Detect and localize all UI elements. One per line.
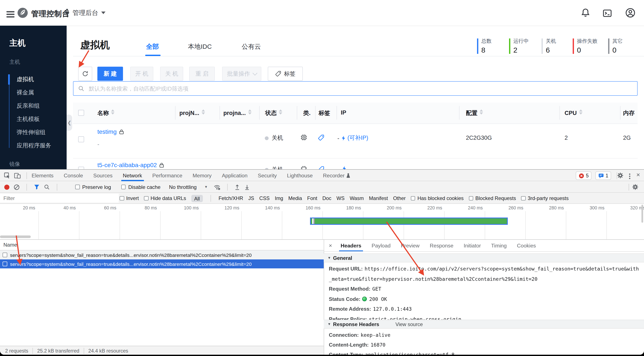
vm-name-link[interactable]: testimg — [97, 128, 116, 135]
tab-network[interactable]: Network — [118, 170, 147, 181]
timeline-overview[interactable]: 20 ms 40 ms 60 ms 80 ms 100 ms 120 ms 14… — [0, 204, 644, 240]
col-name[interactable]: 名称 — [97, 109, 114, 117]
col-mem[interactable]: 内存 — [623, 109, 634, 117]
request-checkbox[interactable] — [2, 253, 7, 257]
tab-lighthouse[interactable]: Lighthouse — [282, 170, 318, 181]
col-config[interactable]: 配置 — [466, 109, 483, 117]
col-type[interactable]: 类. — [303, 109, 311, 117]
response-headers-section-header[interactable]: ▼ Response Headers View source — [324, 320, 644, 329]
preserve-log-toggle[interactable]: Preserve log — [75, 184, 111, 190]
details-tab-timing[interactable]: Timing — [486, 240, 512, 251]
tab-elements[interactable]: Elements — [26, 170, 59, 181]
sort-icon[interactable] — [480, 109, 483, 115]
filter-type-font[interactable]: Font — [307, 195, 317, 201]
details-tab-payload[interactable]: Payload — [366, 240, 396, 251]
details-tab-preview[interactable]: Preview — [396, 240, 425, 251]
notifications-bell-icon[interactable] — [581, 8, 590, 18]
sidebar-section-images[interactable]: 镜像 — [10, 161, 20, 168]
row-tag-icon[interactable] — [318, 134, 324, 141]
filter-type-other[interactable]: Other — [393, 195, 406, 201]
timeline-selection-band[interactable] — [310, 218, 508, 225]
timeline-hscrollbar[interactable] — [0, 235, 31, 238]
request-row[interactable]: servers?scope=system&show_fail_reason=tr… — [0, 250, 324, 259]
filter-type-css[interactable]: CSS — [259, 195, 270, 201]
details-tab-headers[interactable]: Headers — [336, 240, 366, 251]
details-tab-initiator[interactable]: Initiator — [458, 240, 486, 251]
col-projn[interactable]: projN... — [179, 109, 205, 116]
tab-security[interactable]: Security — [252, 170, 282, 181]
requests-name-header[interactable]: Name — [0, 240, 324, 250]
tab-public-cloud[interactable]: 公有云 — [242, 43, 261, 51]
col-cpu[interactable]: CPU — [564, 109, 582, 116]
devtools-settings-gear-icon[interactable] — [617, 172, 624, 179]
invert-toggle[interactable]: Invert — [120, 195, 139, 201]
power-on-button[interactable]: 开 机 — [130, 67, 153, 81]
sidebar-item-host-template[interactable]: 主机模板 — [17, 115, 40, 123]
filter-type-ws[interactable]: WS — [336, 195, 345, 201]
refresh-button[interactable] — [78, 67, 92, 81]
sidebar-item-antiaffinity[interactable]: 反亲和组 — [17, 102, 40, 110]
network-conditions-icon[interactable] — [214, 184, 220, 190]
disclosure-triangle-icon[interactable]: ▼ — [328, 256, 331, 260]
close-details-icon[interactable]: × — [329, 242, 332, 249]
throttling-select[interactable]: No throttling▼ — [169, 184, 208, 190]
clear-icon[interactable] — [14, 184, 20, 190]
filter-type-js[interactable]: JS — [248, 195, 254, 201]
checkbox[interactable] — [121, 185, 126, 189]
console-errors-badge[interactable]: 5 — [576, 171, 592, 180]
fix-ip-label[interactable]: (可补IP) — [348, 134, 368, 142]
sort-icon[interactable] — [279, 109, 282, 115]
tab-memory[interactable]: Memory — [188, 170, 217, 181]
checkbox[interactable] — [75, 185, 80, 189]
network-search-icon[interactable] — [44, 184, 50, 190]
tags-button[interactable]: 标签 — [268, 67, 303, 81]
record-icon[interactable] — [4, 184, 10, 190]
filter-funnel-icon[interactable] — [34, 184, 40, 190]
filter-type-wasm[interactable]: Wasm — [350, 195, 364, 201]
tab-sources[interactable]: Sources — [88, 170, 118, 181]
filter-type-doc[interactable]: Doc — [322, 195, 332, 201]
filter-type-fetchxhr[interactable]: Fetch/XHR — [218, 195, 243, 201]
user-avatar[interactable] — [625, 8, 636, 18]
details-tab-response[interactable]: Response — [425, 240, 459, 251]
tab-all[interactable]: 全部 — [146, 43, 159, 51]
filter-type-img[interactable]: Img — [275, 195, 283, 201]
select-all-checkbox[interactable] — [78, 110, 84, 116]
vm-type-chip-icon[interactable] — [300, 134, 308, 141]
sort-icon[interactable] — [579, 109, 582, 115]
tab-application[interactable]: Application — [217, 170, 252, 181]
general-section-header[interactable]: ▼ General — [324, 253, 644, 262]
power-off-button[interactable]: 关 机 — [160, 67, 183, 81]
request-row-selected[interactable]: servers?scope=system&show_fail_reason=tr… — [0, 259, 324, 268]
has-blocked-cookies-toggle[interactable]: Has blocked cookies — [411, 195, 464, 201]
details-tab-cookies[interactable]: Cookies — [512, 240, 541, 251]
search-input[interactable] — [88, 85, 632, 92]
create-button[interactable]: 新 建 — [97, 67, 123, 81]
row-checkbox[interactable] — [78, 136, 84, 142]
terminal-icon[interactable] — [602, 9, 612, 18]
col-status[interactable]: 状态 — [265, 109, 282, 117]
reboot-button[interactable]: 重 启 — [189, 67, 215, 81]
blocked-requests-toggle[interactable]: Blocked Requests — [469, 195, 516, 201]
timeline-vscrollbar[interactable] — [642, 205, 643, 223]
tab-recorder[interactable]: Recorder — [318, 170, 355, 181]
third-party-requests-toggle[interactable]: 3rd-party requests — [521, 195, 568, 201]
filter-type-media[interactable]: Media — [288, 195, 302, 201]
batch-actions-button[interactable]: 批量操作 — [222, 67, 261, 81]
sidebar-item-app-service[interactable]: 应用程序服务 — [17, 142, 51, 150]
col-projna[interactable]: projna... — [223, 109, 251, 116]
app-logo[interactable] — [17, 7, 28, 18]
disclosure-triangle-icon[interactable]: ▼ — [328, 322, 331, 326]
sidebar-item-baremetal[interactable]: 裸金属 — [17, 89, 34, 97]
export-har-icon[interactable] — [244, 184, 250, 190]
tab-performance[interactable]: Performance — [147, 170, 188, 181]
sidebar-item-vms[interactable]: 虚拟机 — [17, 76, 34, 83]
device-toolbar-icon[interactable] — [14, 172, 21, 179]
inspect-element-icon[interactable] — [4, 172, 11, 179]
request-checkbox[interactable] — [2, 262, 7, 266]
sidebar-item-autoscaling[interactable]: 弹性伸缩组 — [17, 129, 46, 136]
hide-data-urls-toggle[interactable]: Hide data URLs — [144, 195, 186, 201]
hamburger-menu-icon[interactable] — [6, 10, 14, 19]
devtools-close-icon[interactable]: × — [636, 171, 640, 178]
fix-ip-icon[interactable] — [340, 135, 346, 141]
